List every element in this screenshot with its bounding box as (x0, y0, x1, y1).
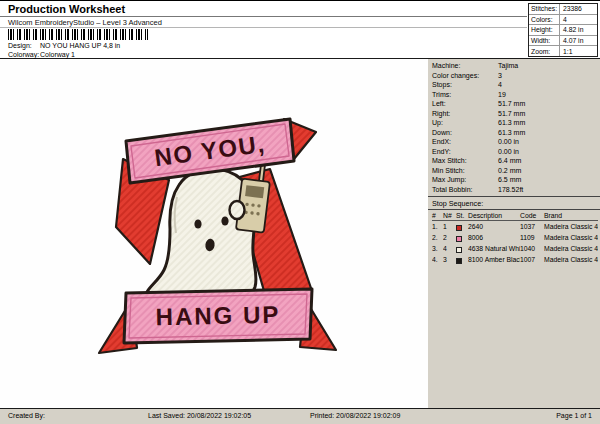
info-row: Trims:19 (428, 90, 600, 100)
summary-value: 4.07 in (560, 37, 583, 44)
info-value: 6.5 mm (498, 175, 521, 185)
title-divider (0, 16, 527, 17)
column-header: N# (443, 211, 456, 221)
design-meta: Design:NO YOU HANG UP 4,8 in Colorway:Co… (8, 42, 120, 59)
stop-num: 1. (432, 221, 443, 232)
needle-num: 4 (443, 243, 456, 254)
info-label: Right: (432, 109, 498, 119)
production-worksheet: Production Worksheet Wilcom EmbroiderySt… (0, 0, 600, 424)
summary-label: Width: (529, 36, 560, 46)
thread-swatch-cell (456, 221, 468, 232)
thread-description: 4638 Natural White (468, 243, 520, 254)
info-value: 61.3 mm (498, 118, 525, 128)
info-value: 51.7 mm (498, 99, 525, 109)
info-label: Max Stitch: (432, 156, 498, 166)
stop-sequence-table: # N# St. Description Code Brand 1. 1 264… (428, 210, 600, 265)
design-value: NO YOU HANG UP 4,8 in (40, 42, 120, 49)
footer: Created By: Last Saved: 20/08/2022 19:02… (0, 408, 600, 424)
info-value: 0.2 mm (498, 166, 521, 176)
info-value: 0.00 in (498, 137, 519, 147)
summary-label: Height: (529, 25, 560, 35)
barcode (8, 29, 148, 40)
thread-brand: Madeira Classic 40 (544, 221, 598, 232)
printed-text: Printed: 20/08/2022 19:02:09 (310, 412, 400, 419)
last-saved-text: Last Saved: 20/08/2022 19:02:05 (148, 412, 251, 419)
info-value: 3 (498, 71, 502, 81)
ghost-eye-left (194, 219, 201, 228)
needle-num: 2 (443, 232, 456, 243)
design-canvas: NO YOU, HANG UP (0, 59, 428, 408)
thread-description: 8100 Amber Black (468, 254, 520, 265)
info-label: Total Bobbin: (432, 185, 498, 195)
thread-swatch (456, 247, 462, 253)
colorway-value: Colorway 1 (40, 51, 75, 58)
info-row: Total Bobbin:178.52ft (428, 185, 600, 195)
thread-swatch-cell (456, 243, 468, 254)
info-row: EndX:0.00 in (428, 137, 600, 147)
thread-swatch (456, 225, 462, 231)
thread-code: 1109 (520, 232, 544, 243)
info-label: Left: (432, 99, 498, 109)
column-header: St. (456, 211, 468, 221)
summary-box: Stitches:23386 Colors:4 Height:4.82 in W… (528, 3, 598, 57)
info-row: Right:51.7 mm (428, 109, 600, 119)
info-row: Max Stitch:6.4 mm (428, 156, 600, 166)
info-row: Max Jump:6.5 mm (428, 175, 600, 185)
info-value: Tajima (498, 61, 518, 71)
summary-value: 4.82 in (560, 26, 583, 33)
needle-num: 1 (443, 221, 456, 232)
summary-value: 1:1 (560, 48, 572, 55)
header: Production Worksheet Wilcom EmbroiderySt… (0, 1, 600, 59)
summary-label: Zoom: (529, 46, 560, 56)
info-label: EndX: (432, 137, 498, 147)
thread-brand: Madeira Classic 40 (544, 254, 598, 265)
thread-description: 2640 (468, 221, 520, 232)
banner-bottom-text: HANG UP (155, 301, 280, 331)
embroidery-design: NO YOU, HANG UP (0, 59, 428, 408)
info-value: 6.4 mm (498, 156, 521, 166)
subtitle-divider (0, 27, 527, 28)
thread-swatch-cell (456, 254, 468, 265)
info-label: Color changes: (432, 71, 498, 81)
thread-brand: Madeira Classic 40 (544, 243, 598, 254)
info-label: Down: (432, 128, 498, 138)
info-row: Min Stitch:0.2 mm (428, 166, 600, 176)
info-row: Machine:Tajima (428, 61, 600, 71)
banner-bottom: HANG UP (124, 289, 312, 343)
info-label: Up: (432, 118, 498, 128)
info-row: Left:51.7 mm (428, 99, 600, 109)
needle-num: 3 (443, 254, 456, 265)
created-by-label: Created By: (8, 412, 45, 419)
summary-row: Colors:4 (529, 15, 597, 26)
design-label: Design: (8, 42, 40, 51)
info-row: EndY:0.00 in (428, 147, 600, 157)
column-header: Code (520, 211, 544, 221)
stop-num: 4. (432, 254, 443, 265)
info-label: Max Jump: (432, 175, 498, 185)
page-number: Page 1 of 1 (556, 412, 592, 419)
info-panel: Machine:Tajima Color changes:3 Stops:4 T… (428, 59, 600, 408)
stop-num: 2. (432, 232, 443, 243)
info-value: 4 (498, 80, 502, 90)
page-title: Production Worksheet (8, 3, 125, 15)
info-value: 61.3 mm (498, 128, 525, 138)
thread-code: 1037 (520, 221, 544, 232)
phone-screen (245, 185, 264, 198)
stop-num: 3. (432, 243, 443, 254)
column-header: Brand (544, 211, 598, 221)
app-subtitle: Wilcom EmbroideryStudio – Level 3 Advanc… (8, 18, 162, 27)
ghost-hand (230, 201, 245, 219)
info-row: Stops:4 (428, 80, 600, 90)
design-root: NO YOU, HANG UP (99, 119, 336, 353)
info-value: 19 (498, 90, 506, 100)
info-row: Down:61.3 mm (428, 128, 600, 138)
summary-label: Colors: (529, 15, 560, 25)
summary-row: Zoom:1:1 (529, 46, 597, 56)
info-value: 51.7 mm (498, 109, 525, 119)
info-row: Color changes:3 (428, 71, 600, 81)
info-value: 178.52ft (498, 185, 523, 195)
ghost-eye-right (221, 216, 228, 225)
design-row: Design:NO YOU HANG UP 4,8 in (8, 42, 120, 51)
thread-description: 8006 (468, 232, 520, 243)
column-header: # (432, 211, 443, 221)
